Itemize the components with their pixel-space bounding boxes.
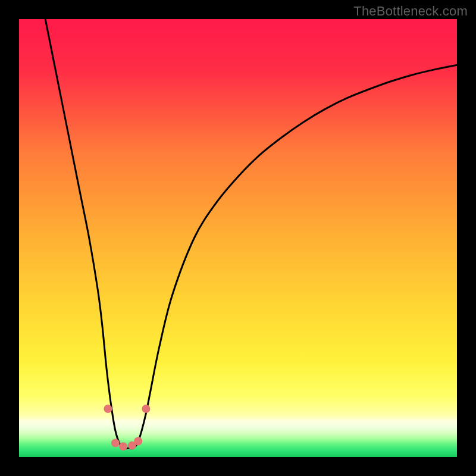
highlight-dot (111, 439, 120, 447)
highlight-dot (134, 437, 142, 446)
highlight-dot (104, 405, 112, 413)
plot-area (19, 19, 457, 457)
outer-frame: TheBottleneck.com (0, 0, 476, 476)
watermark-text: TheBottleneck.com (353, 4, 468, 19)
curve-layer (19, 19, 457, 457)
highlight-dot (142, 405, 150, 413)
bottleneck-curve (45, 19, 457, 449)
highlight-dot (119, 442, 127, 450)
